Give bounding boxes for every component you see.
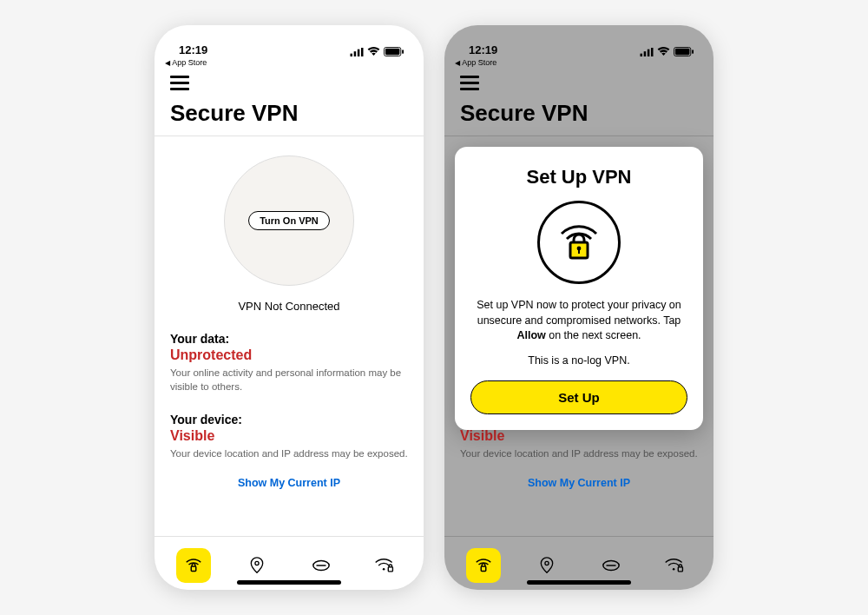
wifi-padlock-icon (551, 215, 607, 270)
your-data-label: Your data: (170, 332, 408, 346)
tab-adblock[interactable] (304, 548, 339, 583)
svg-rect-25 (460, 88, 479, 90)
block-icon (602, 556, 621, 575)
wifi-lock-icon (184, 556, 203, 575)
svg-rect-10 (191, 565, 196, 571)
svg-point-11 (255, 561, 259, 565)
modal-note: This is a no-log VPN. (470, 354, 687, 367)
menu-icon[interactable] (170, 76, 189, 91)
main-content: Turn On VPN VPN Not Connected Your data:… (155, 136, 424, 536)
svg-rect-3 (361, 48, 364, 56)
status-time: 12:19 (179, 43, 207, 56)
page-title: Secure VPN (460, 100, 698, 127)
svg-rect-8 (170, 82, 189, 84)
svg-point-14 (383, 568, 385, 571)
setup-vpn-modal: Set Up VPN Set up VPN now to protect you… (455, 147, 703, 430)
tab-location[interactable] (529, 548, 564, 583)
show-my-ip-link[interactable]: Show My Current IP (170, 477, 408, 489)
battery-icon (674, 47, 694, 56)
svg-rect-22 (692, 50, 694, 54)
wifi-lock-icon (474, 556, 493, 575)
your-device-label: Your device: (170, 413, 408, 427)
svg-rect-5 (385, 49, 400, 55)
svg-rect-9 (170, 88, 189, 90)
your-device-value: Visible (460, 428, 698, 444)
back-to-app-link[interactable]: App Store (444, 58, 713, 69)
location-pin-icon (248, 556, 266, 575)
svg-rect-1 (354, 51, 357, 56)
turn-on-vpn-button[interactable]: Turn On VPN (248, 211, 330, 230)
svg-rect-34 (578, 249, 580, 254)
phone-screen-modal: 12:19 App Store Secure VPN Turn On VPN V… (444, 25, 713, 590)
your-device-desc: Your device location and IP address may … (460, 447, 698, 461)
svg-rect-18 (648, 49, 650, 56)
svg-rect-2 (358, 49, 360, 56)
modal-hero-icon (537, 201, 621, 284)
home-indicator[interactable] (527, 580, 631, 585)
tab-vpn[interactable] (466, 548, 501, 583)
status-bar: 12:19 (444, 25, 713, 58)
cellular-icon (640, 48, 654, 56)
home-indicator[interactable] (237, 580, 341, 585)
svg-rect-26 (481, 565, 486, 571)
your-data-desc: Your online activity and personal inform… (170, 367, 408, 393)
svg-point-27 (545, 561, 549, 565)
svg-rect-0 (351, 53, 353, 56)
tab-wifi-security[interactable] (367, 548, 402, 583)
wifi-small-lock-icon (374, 557, 395, 574)
your-device-desc: Your device location and IP address may … (170, 447, 408, 461)
svg-rect-17 (644, 51, 647, 56)
set-up-button[interactable]: Set Up (470, 380, 687, 414)
location-pin-icon (538, 556, 556, 575)
status-indicators (350, 47, 404, 56)
svg-rect-19 (651, 48, 654, 56)
app-header: Secure VPN (444, 69, 713, 136)
tab-adblock[interactable] (594, 548, 628, 583)
back-to-app-link[interactable]: App Store (155, 58, 424, 69)
your-device-value: Visible (170, 428, 408, 444)
menu-icon[interactable] (460, 76, 479, 91)
vpn-status-text: VPN Not Connected (238, 300, 339, 313)
status-indicators (640, 47, 694, 56)
show-my-ip-link[interactable]: Show My Current IP (460, 477, 698, 489)
svg-rect-31 (679, 566, 683, 571)
vpn-toggle-circle[interactable]: Turn On VPN (224, 155, 354, 286)
status-time: 12:19 (469, 43, 497, 56)
block-icon (312, 556, 331, 575)
battery-icon (384, 47, 404, 56)
page-title: Secure VPN (170, 100, 408, 127)
svg-rect-7 (170, 76, 189, 78)
phone-screen-main: 12:19 App Store Secure VPN Turn On VPN V… (155, 25, 424, 590)
modal-title: Set Up VPN (470, 166, 687, 188)
your-device-section: Your device: Visible Your device locatio… (170, 413, 408, 461)
svg-rect-6 (402, 50, 404, 54)
tab-vpn[interactable] (176, 548, 211, 583)
wifi-small-lock-icon (664, 557, 685, 574)
app-header: Secure VPN (155, 69, 424, 136)
svg-rect-23 (460, 76, 479, 78)
svg-point-30 (673, 568, 675, 571)
svg-rect-21 (675, 49, 690, 55)
cellular-icon (350, 48, 364, 56)
tab-location[interactable] (240, 548, 274, 583)
your-data-section: Your data: Unprotected Your online activ… (170, 332, 408, 393)
svg-rect-15 (389, 566, 393, 571)
your-data-value: Unprotected (170, 347, 408, 363)
svg-rect-24 (460, 82, 479, 84)
wifi-icon (367, 47, 380, 56)
tab-wifi-security[interactable] (657, 548, 692, 583)
wifi-icon (657, 47, 670, 56)
modal-description: Set up VPN now to protect your privacy o… (470, 298, 687, 344)
svg-rect-16 (641, 53, 643, 56)
status-bar: 12:19 (155, 25, 424, 58)
